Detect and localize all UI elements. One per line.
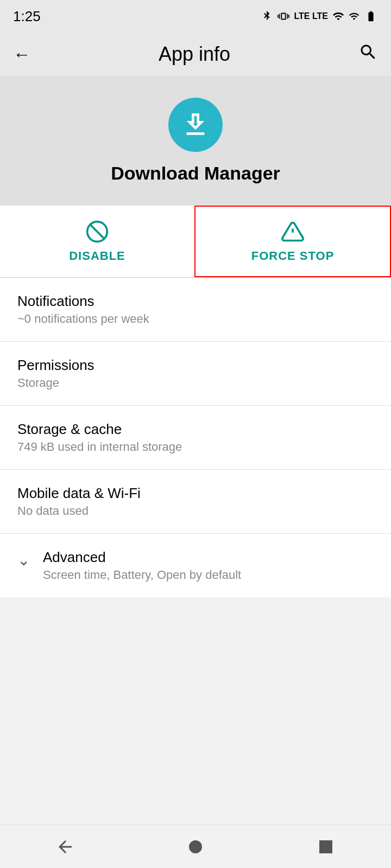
status-icons: LTE LTE	[261, 10, 378, 22]
disable-button[interactable]: DISABLE	[0, 206, 194, 277]
status-bar: 1:25 LTE LTE	[0, 0, 391, 33]
chevron-down-icon: ⌄	[17, 551, 30, 569]
signal1-icon	[332, 10, 344, 22]
app-icon	[168, 98, 223, 152]
force-stop-label: FORCE STOP	[251, 249, 335, 263]
storage-subtitle: 749 kB used in internal storage	[17, 440, 374, 454]
storage-item[interactable]: Storage & cache 749 kB used in internal …	[0, 406, 391, 469]
bottom-nav	[0, 825, 391, 868]
download-icon	[180, 110, 211, 140]
notifications-title: Notifications	[17, 293, 374, 310]
home-nav-button[interactable]	[164, 832, 227, 862]
battery-icon	[364, 10, 378, 22]
page-background	[0, 597, 391, 836]
signal2-icon	[349, 10, 360, 22]
app-header: ← App info	[0, 33, 391, 76]
mobile-data-subtitle: No data used	[17, 504, 374, 518]
permissions-item[interactable]: Permissions Storage	[0, 342, 391, 405]
notifications-subtitle: ~0 notifications per week	[17, 312, 374, 326]
home-nav-icon	[186, 837, 205, 857]
svg-point-4	[189, 840, 202, 853]
svg-line-1	[90, 225, 104, 239]
back-nav-icon	[55, 837, 75, 857]
vibrate-icon	[278, 10, 289, 22]
advanced-title: Advanced	[43, 549, 374, 566]
advanced-item[interactable]: ⌄ Advanced Screen time, Battery, Open by…	[0, 534, 391, 597]
svg-rect-5	[319, 840, 332, 853]
status-time: 1:25	[13, 8, 41, 25]
disable-icon	[85, 220, 109, 244]
recents-nav-button[interactable]	[294, 832, 357, 862]
storage-title: Storage & cache	[17, 421, 374, 438]
action-buttons: DISABLE FORCE STOP	[0, 206, 391, 278]
page-title: App info	[159, 43, 230, 66]
mobile-data-title: Mobile data & Wi-Fi	[17, 485, 374, 502]
force-stop-button[interactable]: FORCE STOP	[194, 206, 391, 277]
warning-icon	[281, 220, 305, 244]
notifications-item[interactable]: Notifications ~0 notifications per week	[0, 278, 391, 341]
mobile-data-item[interactable]: Mobile data & Wi-Fi No data used	[0, 470, 391, 533]
app-info-section: Download Manager	[0, 76, 391, 206]
back-nav-button[interactable]	[34, 832, 97, 862]
advanced-subtitle: Screen time, Battery, Open by default	[43, 568, 374, 582]
app-name: Download Manager	[111, 163, 280, 184]
back-button[interactable]: ←	[13, 44, 30, 65]
recents-nav-icon	[316, 837, 336, 857]
lte-icon: LTE LTE	[294, 11, 328, 21]
permissions-title: Permissions	[17, 357, 374, 374]
disable-label: DISABLE	[69, 249, 125, 263]
settings-list: Notifications ~0 notifications per week …	[0, 278, 391, 597]
permissions-subtitle: Storage	[17, 376, 374, 390]
search-button[interactable]	[358, 42, 378, 66]
bluetooth-icon	[261, 10, 273, 22]
